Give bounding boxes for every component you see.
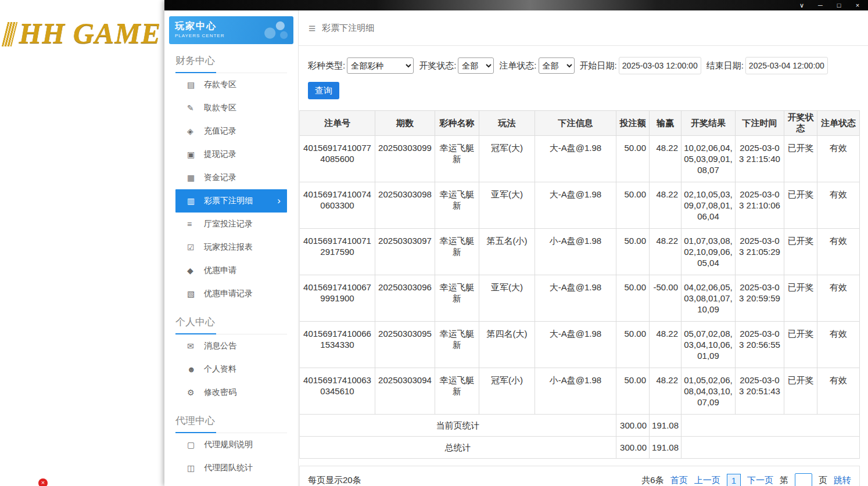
list-icon: ≡	[187, 219, 204, 229]
bet-status-cell: 有效	[817, 229, 860, 275]
sidebar-item-deposit-zone[interactable]: ▤ 存款专区	[175, 73, 287, 96]
bet-status-cell: 有效	[817, 368, 860, 415]
summary-label-cell: 当前页统计	[300, 415, 616, 437]
error-badge-icon[interactable]: ×	[38, 478, 48, 486]
sidebar-item-label: 取款专区	[204, 103, 236, 113]
current-page-indicator[interactable]: 1	[727, 474, 741, 486]
sidebar-item-promo-apply-records[interactable]: ▧ 优惠申请记录	[175, 282, 287, 305]
bet-status-filter: 注单状态: 全部	[499, 57, 574, 74]
pagination-bar: 每页显示20条 共6条 首页 上一页 1 下一页 第 页 跳转	[299, 466, 860, 486]
bet-info-cell: 小-A盘@1.98	[535, 368, 616, 415]
time-cell: 2025-03-03 21:10:06	[736, 182, 784, 229]
draw-status-select[interactable]: 全部	[458, 57, 494, 74]
period-cell: 20250303096	[375, 275, 435, 322]
bet-info-cell: 大-A盘@1.98	[535, 322, 616, 368]
sidebar-item-label: 存款专区	[204, 80, 236, 90]
pen-icon: ✎	[187, 103, 204, 113]
per-page-text: 每页显示20条	[308, 475, 361, 486]
col-header-period: 期数	[375, 111, 435, 136]
bet-status-select[interactable]: 全部	[539, 57, 575, 74]
lottery-type-select[interactable]: 全部彩种	[347, 57, 414, 74]
result-cell: 02,10,05,03,09,07,08,01,06,04	[682, 182, 736, 229]
result-cell: 01,05,02,06,08,04,03,10,07,09	[682, 368, 736, 415]
sidebar-item-profile[interactable]: ☻ 个人资料	[175, 358, 287, 381]
table-row: 401569174100740603300 20250303098 幸运飞艇新 …	[300, 182, 860, 229]
window-maximize-button[interactable]: □	[834, 0, 844, 10]
hamburger-menu-icon[interactable]: ≡	[309, 22, 315, 34]
period-cell: 20250303098	[375, 182, 435, 229]
period-cell: 20250303097	[375, 229, 435, 275]
sidebar-item-label: 优惠申请	[204, 265, 236, 276]
table-row: 401569174100774085600 20250303099 幸运飞艇新 …	[300, 136, 860, 182]
sidebar-item-withdraw-zone[interactable]: ✎ 取款专区	[175, 96, 287, 120]
window-close-button[interactable]: ×	[853, 0, 862, 10]
window-minimize-button[interactable]: ─	[816, 0, 825, 10]
lottery-type-filter: 彩种类型: 全部彩种	[308, 57, 414, 74]
sidebar: 玩家中心 PLAYERS CENTER 财务中心 ▤ 存款专区 ✎ 取款专区	[164, 10, 299, 486]
bet-no-cell: 401569174100679991900	[300, 275, 375, 322]
lottery-name-cell: 幸运飞艇新	[435, 322, 479, 368]
sidebar-item-change-password[interactable]: ⚙ 修改密码	[175, 381, 287, 404]
draw-status-cell: 已开奖	[784, 182, 817, 229]
time-cell: 2025-03-03 21:15:40	[736, 136, 784, 182]
result-cell: 04,02,06,05,03,08,01,07,10,09	[682, 275, 736, 322]
col-header-bet-status: 注单状态	[817, 111, 860, 136]
sidebar-item-recharge-records[interactable]: ◈ 充值记录	[175, 120, 287, 143]
col-header-amount: 投注额	[616, 111, 650, 136]
play-cell: 第五名(小)	[479, 229, 535, 275]
chevron-right-icon: ›	[277, 195, 281, 207]
sidebar-item-label: 厅室投注记录	[204, 219, 253, 229]
sidebar-item-funds-records[interactable]: ▦ 资金记录	[175, 166, 287, 189]
stats-icon: ◫	[187, 463, 204, 473]
table-row: 401569174100712917590 20250303097 幸运飞艇新 …	[300, 229, 860, 275]
deposit-card-icon: ▤	[187, 80, 204, 89]
window-menu-chevron-icon[interactable]: ∨	[797, 0, 806, 10]
start-date-input[interactable]	[619, 57, 701, 74]
sidebar-item-hall-bet-records[interactable]: ≡ 厅室投注记录	[175, 213, 287, 236]
page-title: 彩票下注明细	[322, 23, 374, 34]
play-cell: 亚军(大)	[479, 182, 535, 229]
table-row: 401569174100679991900 20250303096 幸运飞艇新 …	[300, 275, 860, 322]
sidebar-item-lottery-bet-details[interactable]: ▥ 彩票下注明细 ›	[175, 189, 287, 213]
play-cell: 冠军(大)	[479, 136, 535, 182]
col-header-bet-no: 注单号	[300, 111, 375, 136]
time-cell: 2025-03-03 20:56:55	[736, 322, 784, 368]
draw-status-filter: 开奖状态: 全部	[419, 57, 494, 74]
bet-status-cell: 有效	[817, 275, 860, 322]
screen: HH GAME × ∨ ─ □ × 玩家中心 PLAYERS CENTER 财务…	[0, 0, 868, 486]
withdrawal-record-icon: ▣	[187, 150, 204, 159]
sidebar-item-withdrawal-records[interactable]: ▣ 提现记录	[175, 143, 287, 166]
gear-icon: ⚙	[187, 388, 204, 397]
bet-no-cell: 401569174100630345610	[300, 368, 375, 415]
period-cell: 20250303099	[375, 136, 435, 182]
win-cell: -50.00	[650, 275, 682, 322]
first-page-link[interactable]: 首页	[670, 475, 688, 486]
sidebar-item-label: 修改密码	[204, 387, 236, 398]
summary-amount-cell: 300.00	[616, 437, 650, 459]
col-header-result: 开奖结果	[682, 111, 736, 136]
sidebar-item-player-bet-report[interactable]: ☑ 玩家投注报表	[175, 236, 287, 259]
bet-status-cell: 有效	[817, 322, 860, 368]
prev-page-link[interactable]: 上一页	[694, 475, 720, 486]
bet-no-cell: 401569174100740603300	[300, 182, 375, 229]
app-window: ∨ ─ □ × 玩家中心 PLAYERS CENTER 财务中心 ▤	[164, 0, 868, 486]
next-page-link[interactable]: 下一页	[747, 475, 773, 486]
summary-empty-cell	[682, 437, 860, 459]
col-header-win: 输赢	[650, 111, 682, 136]
sidebar-item-agent-rules[interactable]: ▢ 代理规则说明	[175, 433, 287, 456]
amount-cell: 50.00	[616, 136, 650, 182]
sidebar-item-promo-apply[interactable]: ◆ 优惠申请	[175, 259, 287, 282]
sidebar-item-label: 代理团队统计	[204, 463, 253, 473]
sidebar-item-agent-team-stats[interactable]: ◫ 代理团队统计	[175, 456, 287, 480]
section-personal-center: 个人中心	[175, 312, 287, 334]
sidebar-item-announcements[interactable]: ✉ 消息公告	[175, 334, 287, 358]
sidebar-item-label: 代理规则说明	[204, 440, 253, 450]
players-center-banner: 玩家中心 PLAYERS CENTER	[169, 16, 293, 44]
jump-button[interactable]: 跳转	[834, 475, 851, 486]
page-jump-input[interactable]	[795, 473, 812, 486]
summary-win-cell: 191.08	[650, 415, 682, 437]
end-date-input[interactable]	[745, 57, 828, 74]
bets-table-container: 注单号 期数 彩种名称 玩法 下注信息 投注额 输赢 开奖结果 下注时间 开奖状…	[299, 110, 860, 459]
sidebar-item-label: 个人资料	[204, 364, 236, 375]
query-button[interactable]: 查询	[308, 82, 339, 99]
